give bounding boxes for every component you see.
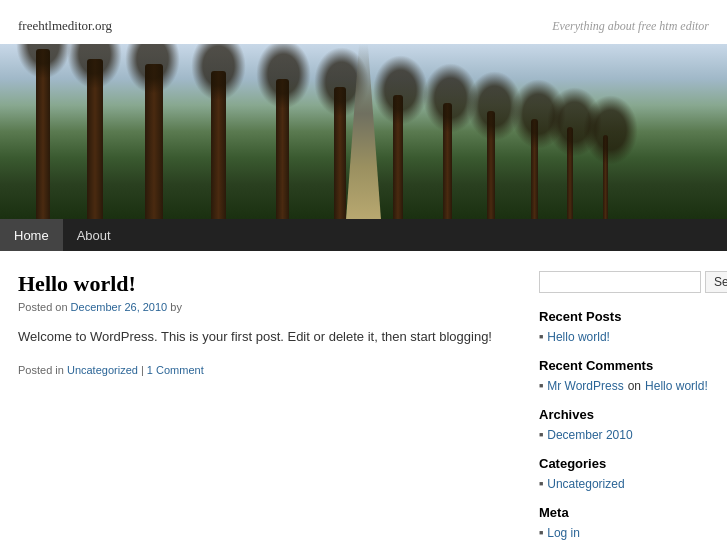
list-item: Uncategorized bbox=[539, 477, 709, 491]
sidebar-recent-comments: Recent Comments Mr WordPress on Hello wo… bbox=[539, 358, 709, 393]
recent-comments-title: Recent Comments bbox=[539, 358, 709, 373]
search-button[interactable]: Search bbox=[705, 271, 727, 293]
banner-image bbox=[0, 44, 727, 219]
archives-title: Archives bbox=[539, 407, 709, 422]
meta-title: Meta bbox=[539, 505, 709, 520]
list-item: Mr WordPress on Hello world! bbox=[539, 379, 709, 393]
site-title: freehtlmeditor.org bbox=[18, 18, 112, 34]
post-meta: Posted on December 26, 2010 by bbox=[18, 301, 519, 313]
sidebar-recent-posts: Recent Posts Hello world! bbox=[539, 309, 709, 344]
post-footer: Posted in Uncategorized | 1 Comment bbox=[18, 364, 519, 376]
search-input[interactable] bbox=[539, 271, 701, 293]
post-body: Welcome to WordPress. This is your first… bbox=[18, 327, 519, 348]
post-category-link[interactable]: Uncategorized bbox=[67, 364, 138, 376]
list-item: Hello world! bbox=[539, 330, 709, 344]
sidebar-archives: Archives December 2010 bbox=[539, 407, 709, 442]
category-link[interactable]: Uncategorized bbox=[547, 477, 624, 491]
categories-title: Categories bbox=[539, 456, 709, 471]
recent-posts-title: Recent Posts bbox=[539, 309, 709, 324]
navigation: Home About bbox=[0, 219, 727, 251]
nav-item-home[interactable]: Home bbox=[0, 219, 63, 251]
sidebar: Search Recent Posts Hello world! Recent … bbox=[539, 271, 709, 545]
commented-post-link[interactable]: Hello world! bbox=[645, 379, 708, 393]
sidebar-meta: Meta Log in Entries RSS Comments RSS Wor… bbox=[539, 505, 709, 545]
post-date-link[interactable]: December 26, 2010 bbox=[71, 301, 168, 313]
archive-link[interactable]: December 2010 bbox=[547, 428, 632, 442]
nav-item-about[interactable]: About bbox=[63, 219, 125, 251]
recent-post-link[interactable]: Hello world! bbox=[547, 330, 610, 344]
main-content: Hello world! Posted on December 26, 2010… bbox=[18, 271, 519, 545]
meta-login-link[interactable]: Log in bbox=[547, 526, 580, 540]
post-title: Hello world! bbox=[18, 271, 519, 297]
list-item: Log in bbox=[539, 526, 709, 540]
sidebar-categories: Categories Uncategorized bbox=[539, 456, 709, 491]
site-tagline: Everything about free htm editor bbox=[552, 19, 709, 34]
commenter-link[interactable]: Mr WordPress bbox=[547, 379, 623, 393]
post-comment-link[interactable]: 1 Comment bbox=[147, 364, 204, 376]
list-item: December 2010 bbox=[539, 428, 709, 442]
search-form: Search bbox=[539, 271, 709, 293]
